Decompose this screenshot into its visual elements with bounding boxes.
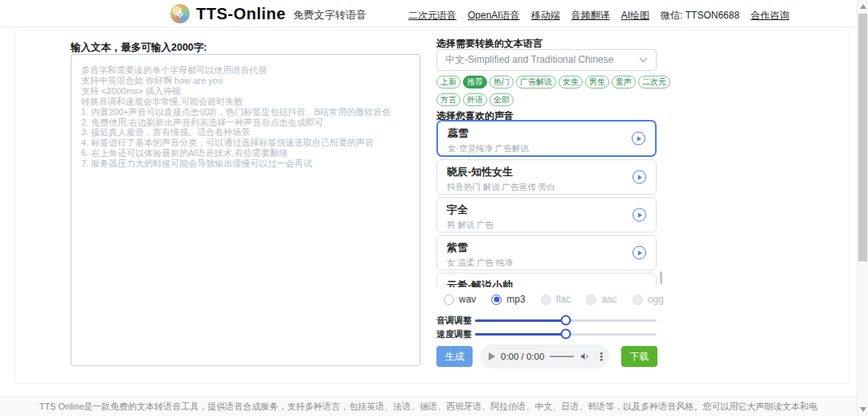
- format-option-aac: aac: [586, 294, 616, 305]
- radio-disabled-icon: [633, 294, 643, 305]
- scrollbar-thumb[interactable]: [858, 14, 867, 262]
- voice-card-zixue[interactable]: 紫雪 女 温柔 广告 纯净: [436, 235, 657, 270]
- language-select-value: 中文-Simplified and Traditional Chinese: [445, 53, 613, 67]
- tag-pill-female[interactable]: 女生: [559, 76, 583, 89]
- play-voice-icon[interactable]: [633, 171, 646, 184]
- format-label: ogg: [648, 294, 664, 305]
- tag-pill-ad-narration[interactable]: 广告解说: [516, 76, 556, 89]
- player-menu-icon[interactable]: ⋮: [596, 351, 607, 362]
- voice-card-yunxi[interactable]: 云希-解说小帅: [436, 273, 657, 287]
- tag-pill-child[interactable]: 童声: [612, 76, 636, 89]
- voice-name: 晓辰-知性女生: [447, 165, 646, 179]
- play-voice-icon[interactable]: [633, 246, 646, 260]
- placeholder-line: 转换音调和速度会非常慢,可能会超时失败: [81, 97, 410, 107]
- tag-pill-anime[interactable]: 二次元: [638, 76, 670, 89]
- format-label: mp3: [506, 294, 525, 305]
- voice-card-xiaochen[interactable]: 晓辰-知性女生 抖音热门 解说 广告宣传 旁白: [436, 159, 657, 195]
- language-select[interactable]: 中文-Simplified and Traditional Chinese: [436, 49, 657, 71]
- pitch-slider-label: 音调调整: [436, 315, 475, 327]
- voice-card-ruixue[interactable]: 蕊雪 女·空灵纯净 广告解说: [436, 120, 657, 157]
- radio-checked-icon: [491, 294, 502, 305]
- play-voice-icon[interactable]: [633, 208, 646, 222]
- app-subtitle: 免费文字转语音: [293, 8, 366, 23]
- play-voice-icon[interactable]: [632, 132, 645, 146]
- download-button[interactable]: 下载: [621, 346, 657, 367]
- placeholder-line: 7. 服务器压力大的时候可能会导致输出缓慢可以过一会再试: [81, 159, 410, 169]
- play-triangle-icon: [638, 250, 642, 255]
- speed-slider[interactable]: [475, 333, 657, 336]
- tag-pill-foreign[interactable]: 外语: [463, 93, 487, 106]
- top-nav: 二次元语音 OpenAI语音 移动端 音频翻译 AI绘图 微信: TTSON66…: [408, 9, 789, 23]
- footer: TTS Online是一款免费的文本转语音工具，提供语音合成服务，支持多种语言，…: [0, 397, 857, 416]
- speed-slider-fill: [475, 333, 566, 336]
- nav-link-mobile[interactable]: 移动端: [531, 9, 560, 23]
- format-option-wav[interactable]: wav: [444, 294, 476, 305]
- pitch-slider-handle[interactable]: [561, 315, 571, 326]
- tag-pill-new[interactable]: 上新: [436, 76, 461, 89]
- scrollbar-up-icon[interactable]: [860, 4, 866, 9]
- page-scrollbar[interactable]: [857, 0, 868, 416]
- footer-text: TTS Online是一款免费的文本转语音工具，提供语音合成服务，支持多种语言，…: [39, 401, 818, 413]
- nav-link-audio-translate[interactable]: 音频翻译: [571, 9, 610, 23]
- nav-link-ai-draw[interactable]: AI绘图: [621, 9, 649, 23]
- placeholder-line: 支持中英混合如 你好啊 how are you: [81, 76, 410, 86]
- pitch-slider-row: 音调调整: [436, 315, 657, 326]
- format-option-mp3[interactable]: mp3: [491, 294, 525, 305]
- text-input-label: 输入文本，最多可输入2000字:: [71, 41, 207, 55]
- placeholder-line: 多音字和需要读的单个字母都可以使用谐音代替: [81, 65, 410, 76]
- tag-pill-male[interactable]: 男生: [585, 76, 609, 89]
- voice-tag-filter: 上新 推荐 热门 广告解说 女生 男生 童声 二次元 方言 外语 全部: [436, 76, 665, 106]
- generate-button[interactable]: 生成: [436, 346, 473, 367]
- voice-name: 蕊雪: [448, 126, 645, 141]
- tag-row: 上新 推荐 热门 广告解说 女生 男生 童声 二次元: [436, 76, 665, 89]
- placeholder-line: 1. 内置200+声音可以直接点击试听，热门标签里包括抖音、B站常用的微软音色: [81, 107, 410, 117]
- placeholder-line: 3. 接近真人发音，富有情感。适合各种场景: [81, 127, 410, 138]
- speed-slider-handle[interactable]: [561, 329, 571, 340]
- voice-list-scrollbar-thumb[interactable]: [660, 271, 662, 284]
- format-options: wav mp3 flac aac ogg: [444, 293, 664, 306]
- chevron-down-icon: [639, 57, 648, 63]
- play-triangle-icon: [638, 175, 642, 179]
- tag-row: 方言 外语 全部: [436, 93, 665, 106]
- play-triangle-icon: [637, 136, 641, 141]
- format-label: wav: [459, 294, 476, 305]
- play-triangle-icon: [638, 212, 642, 217]
- tag-pill-hot[interactable]: 热门: [489, 76, 514, 89]
- radio-disabled-icon: [586, 294, 596, 305]
- scrollbar-down-icon[interactable]: [860, 407, 866, 412]
- wechat-contact: 微信: TTSON6688: [661, 9, 739, 23]
- radio-disabled-icon: [541, 294, 551, 305]
- format-option-ogg: ogg: [633, 294, 664, 305]
- nav-link-openai-voice[interactable]: OpenAI语音: [468, 9, 520, 23]
- voice-desc: 男 解说 广告: [447, 220, 646, 231]
- voice-card-yuquan[interactable]: 宇全 男 解说 广告: [436, 197, 657, 233]
- pitch-slider-fill: [475, 319, 566, 322]
- voice-name: 宇全: [447, 203, 646, 217]
- placeholder-line: 支持 <2000ms> 插入停顿: [81, 86, 410, 97]
- nav-link-cooperation[interactable]: 合作咨询: [751, 9, 789, 23]
- radio-icon: [444, 294, 454, 305]
- voice-list: 蕊雪 女·空灵纯净 广告解说 晓辰-知性女生 抖音热门 解说 广告宣传 旁白 宇…: [436, 120, 657, 287]
- voice-desc: 女·空灵纯净 广告解说: [448, 143, 645, 154]
- speed-slider-label: 速度调整: [436, 328, 475, 340]
- voice-name: 云希-解说小帅: [447, 278, 646, 287]
- format-label: aac: [601, 294, 616, 305]
- player-progress-bar[interactable]: [550, 356, 574, 357]
- placeholder-line: 2. 免费使用,右边刷新出声音列表选择一种声音后点击生成即可: [81, 117, 410, 128]
- volume-icon[interactable]: [579, 352, 590, 361]
- pitch-slider[interactable]: [475, 319, 657, 322]
- audio-player: 0:00 / 0:00 ⋮: [480, 344, 609, 369]
- logo: TTS-Online 免费文字转语音: [170, 4, 366, 23]
- player-time: 0:00 / 0:00: [501, 352, 544, 361]
- header: TTS-Online 免费文字转语音 二次元语音 OpenAI语音 移动端 音频…: [0, 0, 857, 27]
- placeholder-line: 6. 右上角还可以体验最新的AI语音技术,有些需要翻墙: [81, 148, 410, 159]
- tag-pill-dialect[interactable]: 方言: [436, 93, 461, 106]
- tag-pill-recommended[interactable]: 推荐: [463, 76, 487, 89]
- text-input[interactable]: 多音字和需要读的单个字母都可以使用谐音代替 支持中英混合如 你好啊 how ar…: [71, 54, 420, 366]
- speed-slider-row: 速度调整: [436, 328, 657, 340]
- nav-link-anime-voice[interactable]: 二次元语音: [408, 9, 457, 23]
- tag-pill-all[interactable]: 全部: [489, 93, 514, 106]
- player-play-icon[interactable]: [489, 352, 495, 360]
- voice-desc: 女 温柔 广告 纯净: [447, 257, 646, 269]
- voice-desc: 抖音热门 解说 广告宣传 旁白: [447, 182, 646, 193]
